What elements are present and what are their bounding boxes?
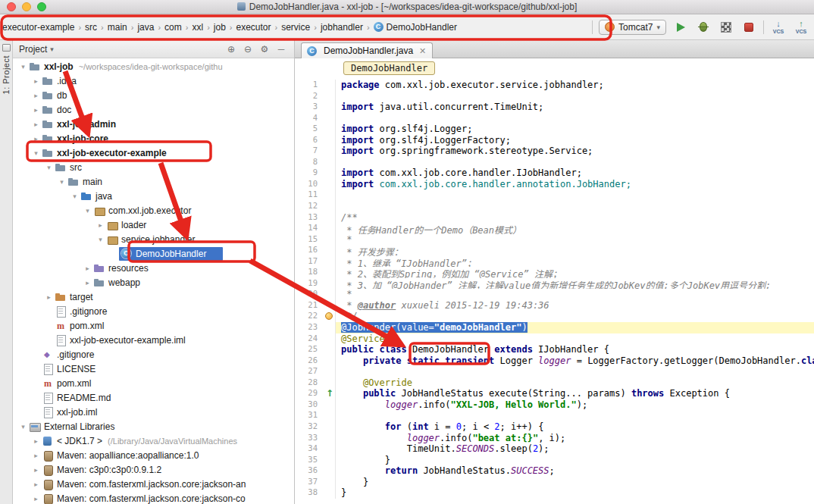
tree-item[interactable]: ▸xxl-job-core [13,131,294,146]
tree-item[interactable]: ▸target [13,290,294,304]
expand-arrow-icon[interactable]: ▸ [30,452,42,459]
collapse-arrow-icon[interactable]: ▾ [82,207,93,214]
breadcrumb-item[interactable]: executor [235,20,271,34]
tree-item[interactable]: ▾External Libraries [13,419,294,434]
tree-item[interactable]: ▸webapp [13,275,294,290]
tree-item[interactable]: ▾service.jobhandler [13,232,294,246]
breadcrumb-item[interactable]: java [136,20,155,34]
intention-bulb-icon[interactable] [325,312,333,320]
code-line[interactable]: 21 * @author xuxueli 2015-12-19 19:43:36 [295,300,814,311]
expand-arrow-icon[interactable]: ▸ [30,77,42,85]
code-line[interactable]: 6import org.slf4j.LoggerFactory; [295,135,814,146]
tree-item[interactable]: ▸< JDK1.7 >(/Library/Java/JavaVirtualMac… [13,434,294,448]
code-line[interactable]: 33 logger.info("beat at:{}", i); [295,433,814,444]
code-line[interactable]: 13/** [295,212,814,224]
code-line[interactable]: 18 * 2、装配到Spring，例如加 “@Service” 注解； [295,267,814,278]
tree-item[interactable]: LICENSE [13,362,294,376]
code-line[interactable]: 22 */ [295,311,814,322]
breadcrumb-item[interactable]: job [213,20,227,34]
breadcrumb-item[interactable]: executor-example [2,20,75,34]
code-line[interactable]: 5import org.slf4j.Logger; [295,124,814,135]
code-line[interactable]: 35 } [295,455,814,466]
code-line[interactable]: 23@JobHander(value="demoJobHandler") [295,322,814,333]
code-line[interactable]: 17 * 1、继承 “IJobHandler”； [295,256,814,268]
code-line[interactable]: 37 } [295,477,814,488]
expand-arrow-icon[interactable]: ▸ [30,437,42,445]
tree-item[interactable]: .gitignore [13,304,294,318]
code-line[interactable]: 7import org.springframework.stereotype.S… [295,146,814,157]
tab-demojobhandler[interactable]: C DemoJobHandler.java ✕ [301,42,433,58]
code-line[interactable]: 26 private static transient Logger logge… [295,355,814,367]
code-line[interactable]: 29 public JobHandleStatus execute(String… [295,388,814,399]
tree-item[interactable]: .gitignore [13,347,294,362]
code-area[interactable]: 1package com.xxl.job.executor.service.jo… [295,78,814,504]
coverage-button[interactable] [718,19,734,36]
code-line[interactable]: 19 * 3、加 “@JobHander” 注解，注解value值为新增任务生成… [295,278,814,290]
breadcrumb-item[interactable]: CDemoJobHandler [373,20,458,34]
chevron-down-icon[interactable]: ▾ [50,45,54,53]
expand-arrow-icon[interactable]: ▸ [30,92,42,99]
breadcrumb-item[interactable]: com [164,20,183,34]
tree-item[interactable]: ▸doc [13,102,294,117]
tree-item[interactable]: ▸loader [13,218,294,232]
collapse-all-button[interactable]: ⊖ [241,44,255,55]
project-tool-window-toggle[interactable]: 1: Project [2,55,11,94]
tree-item[interactable]: ▾java [13,189,294,203]
tree-item[interactable]: ▾xxl-job-executor-example [13,146,294,160]
breadcrumb-item[interactable]: xxl [191,20,204,34]
debug-button[interactable] [695,19,712,36]
class-breadcrumb-chip[interactable]: DemoJobHandler [343,61,435,75]
close-icon[interactable]: ✕ [419,46,426,56]
code-line[interactable]: 25public class DemoJobHandler extends IJ… [295,344,814,355]
tree-item[interactable]: ▸Maven: com.fasterxml.jackson.core:jacks… [13,477,294,491]
expand-arrow-icon[interactable]: ▸ [30,466,42,474]
tree-item[interactable]: ▸Maven: aopalliance:aopalliance:1.0 [13,448,294,462]
close-window-button[interactable] [7,2,16,11]
code-line[interactable]: 1package com.xxl.job.executor.service.jo… [295,80,814,91]
tree-item[interactable]: pom.xml [13,318,294,333]
expand-arrow-icon[interactable]: ▸ [43,293,55,301]
expand-arrow-icon[interactable]: ▸ [30,481,42,488]
code-line[interactable]: 16 * 开发步骤： [295,245,814,256]
tree-item[interactable]: ▸resources [13,261,294,275]
breadcrumb-item[interactable]: service [280,20,311,34]
code-line[interactable]: 38} [295,487,814,499]
code-line[interactable]: 9import com.xxl.job.core.handler.IJobHan… [295,167,814,179]
breadcrumb-item[interactable]: main [107,20,128,34]
code-line[interactable]: 14 * 任务Handler的一个Demo（Bean模式） [295,223,814,234]
run-marker-icon[interactable] [326,388,333,399]
collapse-arrow-icon[interactable]: ▾ [95,236,106,243]
run-configuration-select[interactable]: Tomcat7 ▾ [599,20,666,35]
tree-item[interactable]: ▸xxl-job-admin [13,117,294,131]
expand-arrow-icon[interactable]: ▸ [30,495,42,502]
collapse-arrow-icon[interactable]: ▾ [17,423,29,430]
code-line[interactable]: 27 [295,366,814,377]
code-line[interactable]: 31 [295,410,814,421]
code-line[interactable]: 34 TimeUnit.SECONDS.sleep(2); [295,443,814,455]
stop-button[interactable] [740,19,757,36]
code-line[interactable]: 32 for (int i = 0; i < 2; i++) { [295,421,814,433]
tree-item[interactable]: README.md [13,390,294,405]
expand-arrow-icon[interactable]: ▸ [30,106,42,114]
code-line[interactable]: 11 [295,189,814,201]
tree-item[interactable]: ▾src [13,160,294,174]
code-line[interactable]: 4 [295,113,814,124]
code-line[interactable]: 15 * [295,234,814,246]
tree-item[interactable]: ▾main [13,174,294,189]
tree-item[interactable]: ▸.idea [13,74,294,88]
collapse-arrow-icon[interactable]: ▾ [56,178,67,186]
expand-arrow-icon[interactable]: ▸ [95,221,106,229]
tree-item[interactable]: DemoJobHandler [13,246,294,261]
tree-item[interactable]: ▾xxl-job~/workspaces/idea-git-workspace/… [13,59,294,74]
tree-item[interactable]: ▾com.xxl.job.executor [13,203,294,218]
code-line[interactable]: 30 logger.info("XXL-JOB, Hello World."); [295,399,814,411]
gear-icon[interactable]: ⚙ [258,44,271,55]
expand-arrow-icon[interactable]: ▸ [82,279,93,286]
code-line[interactable]: 2 [295,91,814,102]
collapse-arrow-icon[interactable]: ▾ [30,149,42,157]
vcs-update-button[interactable]: ↓VCS [770,19,787,36]
code-line[interactable]: 3import java.util.concurrent.TimeUnit; [295,102,814,113]
code-line[interactable]: 10import com.xxl.job.core.handler.annota… [295,179,814,190]
tree-item[interactable]: ▸db [13,88,294,102]
breadcrumb-item[interactable]: src [84,20,98,34]
